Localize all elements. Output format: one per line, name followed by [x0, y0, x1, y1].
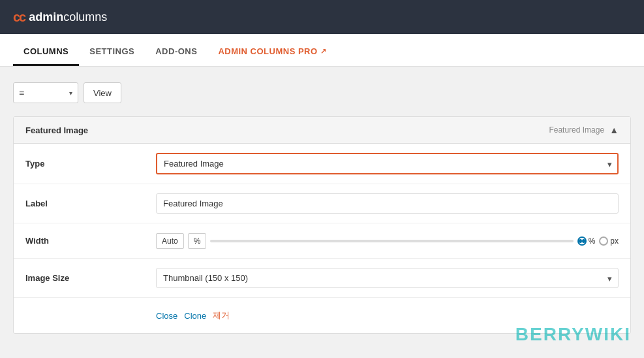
label-label: Label — [25, 199, 156, 208]
image-size-label: Image Size — [25, 273, 156, 283]
toolbar: ≡ ▾ View — [13, 82, 631, 103]
image-size-select[interactable]: Thumbnail (150 x 150) Medium (300 x 300)… — [156, 268, 619, 288]
percent-radio-circle — [577, 236, 587, 246]
logo-bold: admin — [29, 10, 63, 24]
nav-tabs: COLUMNS SETTINGS ADD-ONS ADMIN COLUMNS P… — [0, 34, 644, 67]
type-field: Featured Image Title Author Date Categor… — [156, 153, 619, 174]
featured-image-panel: Featured Image Featured Image ▲ Type Fea… — [13, 116, 631, 334]
panel-title: Featured Image — [25, 125, 88, 135]
action-links: Close Clone 제거 — [156, 310, 619, 321]
label-field — [156, 193, 619, 214]
image-size-wrapper: Thumbnail (150 x 150) Medium (300 x 300)… — [156, 268, 619, 288]
view-button[interactable]: View — [84, 82, 121, 103]
remove-link[interactable]: 제거 — [213, 310, 230, 321]
tab-admin-columns-pro[interactable]: ADMIN COLUMNS PRO ↗ — [207, 39, 337, 66]
chevron-down-icon: ▾ — [69, 90, 72, 97]
px-radio[interactable]: px — [599, 236, 619, 246]
width-slider[interactable] — [210, 240, 573, 242]
clone-link[interactable]: Clone — [184, 311, 206, 321]
close-link[interactable]: Close — [156, 311, 177, 321]
percent-radio[interactable]: % — [577, 236, 596, 246]
percent-button[interactable]: % — [188, 233, 207, 249]
width-row: Width Auto % % — [14, 223, 630, 259]
logo: cc admincolumns — [13, 10, 107, 25]
label-input[interactable] — [156, 193, 619, 214]
external-link-icon: ↗ — [320, 47, 327, 56]
panel-header-label: Featured Image — [549, 125, 604, 135]
px-radio-circle — [599, 236, 608, 246]
px-radio-label: px — [610, 236, 619, 246]
percent-radio-label: % — [589, 236, 596, 246]
width-radio-group: % px — [577, 236, 619, 246]
type-label: Type — [25, 159, 156, 169]
post-type-dropdown[interactable]: ≡ ▾ — [13, 82, 78, 103]
auto-button[interactable]: Auto — [156, 233, 184, 249]
type-select-wrapper: Featured Image Title Author Date Categor… — [156, 153, 619, 174]
tab-settings[interactable]: SETTINGS — [79, 39, 145, 66]
panel-header-right: Featured Image ▲ — [549, 125, 619, 135]
app-header: cc admincolumns — [0, 0, 644, 34]
collapse-icon[interactable]: ▲ — [609, 125, 619, 135]
panel-header: Featured Image Featured Image ▲ — [14, 117, 630, 144]
logo-icon: cc — [13, 10, 25, 25]
image-size-row: Image Size Thumbnail (150 x 150) Medium … — [14, 259, 630, 298]
width-label: Width — [25, 236, 156, 246]
image-size-field: Thumbnail (150 x 150) Medium (300 x 300)… — [156, 268, 619, 288]
tab-addons[interactable]: ADD-ONS — [145, 39, 207, 66]
tab-columns[interactable]: COLUMNS — [13, 39, 79, 66]
type-row: Type Featured Image Title Author Date Ca… — [14, 144, 630, 184]
logo-light: columns — [63, 10, 107, 24]
label-row: Label — [14, 184, 630, 223]
list-icon: ≡ — [19, 88, 24, 98]
main-content: ≡ ▾ View Featured Image Featured Image ▲… — [0, 67, 644, 350]
logo-text: admincolumns — [29, 10, 107, 24]
action-links-row: Close Clone 제거 — [14, 298, 630, 333]
type-select[interactable]: Featured Image Title Author Date Categor… — [156, 153, 619, 174]
width-field: Auto % % px — [156, 233, 619, 249]
width-controls: Auto % % px — [156, 233, 619, 249]
